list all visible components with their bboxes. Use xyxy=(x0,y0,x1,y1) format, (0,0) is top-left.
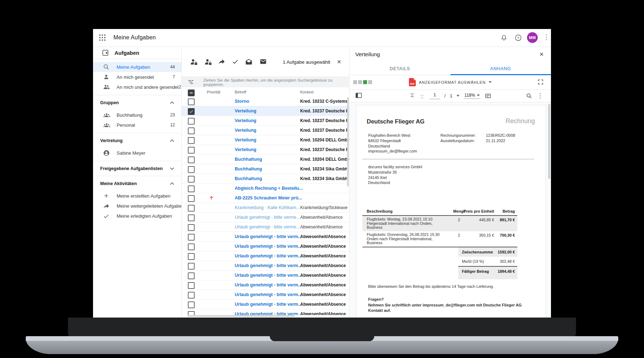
task-row[interactable]: VerteilungKred. 10237 Deutsche F xyxy=(182,106,349,116)
task-row[interactable]: Urlaub genehmigt - bitte verm...Abwesenh… xyxy=(182,232,349,242)
chevron-up-icon[interactable] xyxy=(170,139,174,142)
sidebar-activity-meine-weitergeleiteten-aufgaben[interactable]: Meine weitergeleiteten Aufgaben xyxy=(93,201,181,211)
column-subject[interactable]: Betreff xyxy=(235,90,246,94)
row-checkbox[interactable] xyxy=(188,263,195,270)
row-checkbox[interactable] xyxy=(188,282,195,289)
row-checkbox[interactable] xyxy=(188,243,195,250)
row-checkbox[interactable] xyxy=(188,185,195,192)
task-subject-link[interactable]: Verteilung xyxy=(235,128,256,133)
task-row[interactable]: VerteilungKred. 10237 Deutsche F xyxy=(182,145,349,155)
task-row[interactable]: Krankmeldung - Kalle Kühlkam...Krankmeld… xyxy=(182,203,349,213)
task-row[interactable]: Urlaub genehmigt - bitte verme...Abwesen… xyxy=(182,213,349,222)
assign-user-lock-icon[interactable] xyxy=(190,58,198,66)
task-subject-link[interactable]: Urlaub genehmigt - bitte verm... xyxy=(235,302,302,307)
complete-check-icon[interactable] xyxy=(232,58,239,64)
task-subject-link[interactable]: Krankmeldung - Kalle Kühlkam... xyxy=(235,205,300,210)
group-by-bar[interactable]: Ziehen Sie die Spalten hierhin, um die a… xyxy=(182,77,349,87)
task-subject-link[interactable]: Urlaub genehmigt - bitte verm... xyxy=(235,311,302,315)
chevron-down-icon[interactable] xyxy=(170,167,174,170)
horizontal-scrollbar[interactable] xyxy=(187,315,295,317)
task-row[interactable]: Urlaub genehmigt - bitte verm...Abwesenh… xyxy=(182,309,349,315)
chevron-up-icon[interactable] xyxy=(170,182,174,185)
task-row[interactable]: Urlaub genehmigt - bitte verm...Abwesenh… xyxy=(182,290,349,300)
pdf-more-options-icon[interactable]: ⋮ xyxy=(537,92,543,100)
task-subject-link[interactable]: Urlaub genehmigt - bitte verme... xyxy=(235,215,300,220)
row-checkbox[interactable] xyxy=(188,214,195,221)
row-checkbox[interactable] xyxy=(188,156,195,163)
task-row[interactable]: StornoKred. 10232 C-Systems xyxy=(182,97,349,106)
sidebar-vertretung-sabine-meyer[interactable]: Sabine Meyer xyxy=(93,148,181,158)
task-subject-link[interactable]: Verteilung xyxy=(235,137,256,142)
avatar[interactable]: MM xyxy=(527,32,538,43)
row-checkbox[interactable] xyxy=(188,137,195,144)
task-subject-link[interactable]: AB-2225 Schrauben Meier prü... xyxy=(235,195,302,200)
sidebar-item-meine-aufgaben[interactable]: Meine Aufgaben44 xyxy=(93,62,181,72)
task-row[interactable]: BuchhaltungKred. 10234 Sika GmbH xyxy=(182,174,349,184)
row-checkbox[interactable] xyxy=(188,253,195,260)
display-format-dropdown[interactable]: PDF ANZEIGEFORMAT AUSWÄHLEN xyxy=(350,75,551,90)
task-row[interactable]: BuchhaltungKred. 10234 Sika GmbH xyxy=(182,164,349,174)
task-row[interactable]: AB-2225 Schrauben Meier prü... xyxy=(182,193,349,203)
caret-down-icon[interactable] xyxy=(457,95,459,97)
app-grid-icon[interactable] xyxy=(99,34,106,41)
task-row[interactable]: VerteilungKred. 10237 Deutsche F xyxy=(182,116,349,126)
task-subject-link[interactable]: Verteilung xyxy=(235,118,256,123)
task-subject-link[interactable]: Urlaub genehmigt - bitte verme... xyxy=(235,224,300,229)
notifications-bell-icon[interactable] xyxy=(500,34,508,42)
task-subject-link[interactable]: Urlaub genehmigt - bitte verm... xyxy=(235,292,302,297)
row-checkbox[interactable] xyxy=(188,166,195,173)
task-subject-link[interactable]: Buchhaltung xyxy=(235,176,262,181)
row-checkbox[interactable] xyxy=(188,301,195,308)
row-checkbox[interactable] xyxy=(188,176,195,183)
task-subject-link[interactable]: Verteilung xyxy=(235,108,256,113)
task-row[interactable]: BuchhaltungKred. 10204 DELL GmbH xyxy=(182,155,349,164)
row-checkbox[interactable] xyxy=(188,224,195,231)
more-options-icon[interactable]: ⋮ xyxy=(543,33,550,41)
sidebar-section-vertretung[interactable]: Vertretung xyxy=(93,136,181,145)
task-subject-link[interactable]: Urlaub genehmigt - bitte verm... xyxy=(235,282,302,287)
task-row[interactable]: Urlaub genehmigt - bitte verm...Abwesenh… xyxy=(182,261,349,271)
vertical-scrollbar[interactable] xyxy=(347,97,349,187)
row-checkbox[interactable] xyxy=(188,195,195,202)
chevron-up-icon[interactable] xyxy=(170,101,174,104)
task-row[interactable]: Urlaub genehmigt - bitte verm...Abwesenh… xyxy=(182,300,349,309)
clear-selection-close-icon[interactable]: ✕ xyxy=(337,59,341,65)
page-first-icon[interactable] xyxy=(409,93,415,99)
row-checkbox[interactable] xyxy=(188,98,195,105)
annotation-icon[interactable] xyxy=(485,93,491,99)
detail-close-icon[interactable]: ✕ xyxy=(539,51,544,58)
pdf-scrollbar[interactable] xyxy=(548,104,550,179)
page-number-input[interactable]: 1 xyxy=(429,92,440,99)
row-checkbox[interactable] xyxy=(188,272,195,279)
mark-read-envelope-open-icon[interactable] xyxy=(245,58,253,65)
column-context[interactable]: Kontext xyxy=(300,90,313,94)
row-checkbox[interactable] xyxy=(188,234,195,241)
task-subject-link[interactable]: Urlaub genehmigt - bitte verm... xyxy=(235,244,302,249)
sidebar-section-aktivitaeten[interactable]: Meine Aktivitäten xyxy=(93,179,181,188)
mark-unread-envelope-icon[interactable] xyxy=(259,58,267,65)
task-subject-link[interactable]: Abgleich Rechnung + Bestellu... xyxy=(235,186,303,191)
task-subject-link[interactable]: Buchhaltung xyxy=(235,157,262,162)
task-row[interactable]: Urlaub genehmigt - bitte verm...Abwesenh… xyxy=(182,271,349,280)
task-row[interactable]: VerteilungKred. 10237 Deutsche F xyxy=(182,126,349,135)
column-priority[interactable]: Priorität xyxy=(207,90,220,94)
tab-details[interactable]: DETAILS xyxy=(350,63,450,75)
task-row[interactable]: Urlaub genehmigt - bitte verm...Abwesenh… xyxy=(182,251,349,261)
tab-anhang[interactable]: ANHANG xyxy=(450,63,551,75)
sidebar-item-an-mich-und-andere-gesendet[interactable]: An mich und andere gesendet2 xyxy=(93,82,181,92)
release-user-unlock-icon[interactable] xyxy=(204,58,212,66)
row-checkbox[interactable] xyxy=(188,127,195,134)
task-row[interactable]: VerteilungKred. 10204 DELL GmbH xyxy=(182,135,349,145)
task-subject-link[interactable]: Urlaub genehmigt - bitte verm... xyxy=(235,263,302,268)
sidebar-group-buchhaltung[interactable]: Buchhaltung23 xyxy=(93,110,181,120)
help-icon[interactable]: ? xyxy=(514,34,522,42)
sidebar-section-gruppen[interactable]: Gruppen xyxy=(93,98,181,107)
select-all-checkbox[interactable] xyxy=(188,90,195,96)
row-checkbox[interactable] xyxy=(188,311,195,315)
page-last-icon[interactable] xyxy=(419,93,425,99)
row-checkbox[interactable] xyxy=(188,292,195,299)
forward-icon[interactable] xyxy=(218,58,225,65)
task-row[interactable]: Abgleich Rechnung + Bestellu... xyxy=(182,184,349,193)
row-checkbox[interactable] xyxy=(188,108,195,115)
sidebar-section-freigegebene[interactable]: Freigegebene Aufgabenlisten xyxy=(93,164,181,173)
